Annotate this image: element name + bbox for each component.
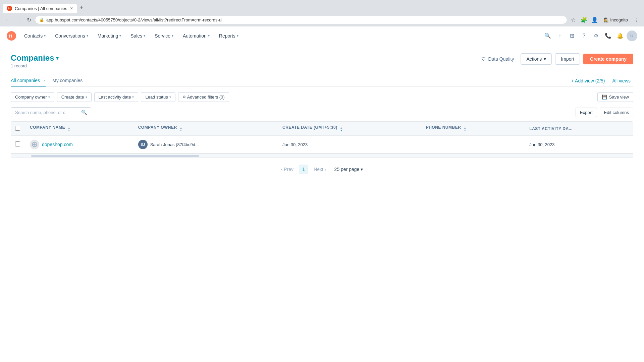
actions-label: Actions	[526, 56, 542, 62]
company-favicon	[30, 140, 39, 149]
browser-chrome: H Companies | All companies × + ← → ↻ 🔒 …	[0, 0, 644, 26]
current-page-number[interactable]: 1	[299, 165, 308, 174]
advanced-filters-button[interactable]: ⚙ Advanced filters (0)	[178, 92, 229, 102]
tab-all-companies-label: All companies	[11, 78, 40, 83]
create-date-value: Jun 30, 2023	[282, 142, 308, 147]
search-icon[interactable]: 🔍	[81, 110, 87, 115]
create-company-button[interactable]: Create company	[583, 54, 633, 64]
company-link[interactable]: dopeshop.com	[42, 142, 73, 147]
create-date-filter[interactable]: Create date ▾	[57, 92, 92, 102]
scrollbar-thumb[interactable]	[31, 155, 199, 157]
nav-marketing[interactable]: Marketing ▾	[94, 31, 125, 41]
nav-service[interactable]: Service ▾	[151, 31, 177, 41]
tab-favicon: H	[7, 6, 12, 11]
sort-phone-number-icon[interactable]: ▲ ▼	[464, 127, 466, 132]
th-phone-number[interactable]: PHONE NUMBER ▲ ▼	[421, 122, 524, 136]
sort-company-owner-icon[interactable]: ▲ ▼	[180, 127, 182, 132]
reload-button[interactable]: ↻	[24, 15, 34, 24]
actions-chevron-icon: ▾	[544, 56, 546, 62]
shield-icon: 🛡	[481, 56, 486, 62]
tab-all-companies-close[interactable]: ×	[43, 78, 46, 83]
forward-button[interactable]: →	[13, 15, 23, 24]
incognito-button[interactable]: 🕵 Incognito	[601, 15, 631, 24]
th-create-date[interactable]: CREATE DATE (GMT+5:30) ▲ ▼	[277, 122, 421, 136]
company-owner-filter[interactable]: Company owner ▾	[11, 92, 54, 102]
tab-my-companies[interactable]: My companies	[52, 75, 83, 86]
import-label: Import	[561, 56, 574, 62]
actions-button[interactable]: Actions ▾	[521, 53, 552, 65]
new-tab-button[interactable]: +	[77, 3, 86, 12]
phone-nav-button[interactable]: 📞	[602, 30, 614, 42]
page-title: Companies	[11, 53, 54, 63]
sort-company-name-icon[interactable]: ▲ ▼	[68, 127, 70, 132]
search-nav-button[interactable]: 🔍	[542, 30, 553, 42]
per-page-selector[interactable]: 25 per page ▾	[332, 165, 366, 173]
nav-conversations-chevron: ▾	[87, 34, 88, 38]
save-view-label: Save view	[609, 95, 629, 100]
address-bar[interactable]: 🔒 app.hubspot.com/contacts/40055750/obje…	[35, 16, 567, 24]
notifications-nav-button[interactable]: 🔔	[614, 30, 626, 42]
extensions-button[interactable]: 🧩	[579, 15, 589, 24]
select-all-checkbox[interactable]	[15, 126, 20, 131]
hubspot-logo[interactable]: H	[7, 31, 16, 41]
per-page-chevron: ▾	[361, 167, 363, 172]
data-quality-button[interactable]: 🛡 Data Quality	[478, 54, 517, 64]
nav-automation[interactable]: Automation ▾	[179, 31, 214, 41]
prev-page-button[interactable]: ‹ Prev	[278, 165, 296, 173]
row-checkbox[interactable]	[15, 141, 20, 146]
back-button[interactable]: ←	[3, 15, 12, 24]
tab-my-companies-label: My companies	[52, 78, 83, 83]
nav-service-label: Service	[155, 33, 170, 39]
company-owner-filter-chevron: ▾	[48, 95, 50, 99]
nav-conversations-label: Conversations	[55, 33, 85, 39]
upgrade-nav-button[interactable]: ↑	[554, 30, 566, 42]
th-select-all[interactable]	[11, 122, 24, 136]
row-checkbox-cell[interactable]	[11, 136, 24, 154]
export-button[interactable]: Export	[576, 108, 597, 117]
table-actions: Export Edit columns	[576, 108, 633, 117]
profile-button[interactable]: 👤	[590, 15, 599, 24]
settings-nav-button[interactable]: ⚙	[590, 30, 602, 42]
menu-button[interactable]: ⋮	[632, 15, 641, 24]
top-nav: H Contacts ▾ Conversations ▾ Marketing ▾…	[0, 26, 644, 45]
create-date-filter-label: Create date	[61, 95, 84, 100]
last-activity-filter[interactable]: Last activity date ▾	[94, 92, 139, 102]
tab-close-button[interactable]: ×	[70, 6, 73, 11]
data-quality-label: Data Quality	[488, 56, 514, 62]
browser-tab-active[interactable]: H Companies | All companies ×	[3, 4, 77, 13]
tab-all-companies[interactable]: All companies ×	[11, 75, 46, 86]
sort-create-date-icon[interactable]: ▲ ▼	[340, 127, 343, 132]
lead-status-filter[interactable]: Lead status ▾	[141, 92, 175, 102]
table-header-row: COMPANY NAME ▲ ▼ COMPANY OWNER ▲ ▼	[11, 122, 633, 136]
nav-sales[interactable]: Sales ▾	[126, 31, 149, 41]
edit-columns-button[interactable]: Edit columns	[600, 108, 633, 117]
nav-reports[interactable]: Reports ▾	[215, 31, 243, 41]
th-company-name[interactable]: COMPANY NAME ▲ ▼	[24, 122, 133, 136]
nav-contacts[interactable]: Contacts ▾	[20, 31, 50, 41]
th-company-owner[interactable]: COMPANY OWNER ▲ ▼	[133, 122, 277, 136]
th-last-activity-label: LAST ACTIVITY DA...	[529, 126, 573, 131]
help-nav-button[interactable]: ?	[578, 30, 590, 42]
table-body: dopeshop.com SJ Sarah Jonas (87f4bc9d...…	[11, 136, 633, 154]
import-button[interactable]: Import	[555, 53, 580, 65]
save-view-icon: 💾	[602, 95, 607, 100]
nav-contacts-label: Contacts	[24, 33, 43, 39]
last-activity-filter-chevron: ▾	[132, 95, 134, 99]
add-view-button[interactable]: + Add view (2/5)	[569, 77, 608, 85]
horizontal-scrollbar[interactable]	[11, 154, 633, 158]
create-company-label: Create company	[590, 56, 627, 62]
company-owner-filter-label: Company owner	[15, 95, 47, 100]
search-input[interactable]	[15, 110, 78, 115]
company-cell: dopeshop.com	[30, 140, 127, 149]
marketplace-nav-button[interactable]: ⊞	[566, 30, 578, 42]
bookmark-button[interactable]: ☆	[569, 15, 578, 24]
row-create-date-cell: Jun 30, 2023	[277, 136, 421, 154]
user-avatar[interactable]: U	[627, 31, 637, 41]
next-page-button[interactable]: Next ›	[311, 165, 329, 173]
th-last-activity[interactable]: LAST ACTIVITY DA...	[524, 122, 633, 136]
page-title-dropdown-icon[interactable]: ▾	[56, 55, 59, 61]
owner-name: Sarah Jonas (87f4bc9d...	[150, 142, 199, 147]
save-view-button[interactable]: 💾 Save view	[597, 92, 633, 102]
nav-conversations[interactable]: Conversations ▾	[51, 31, 92, 41]
all-views-button[interactable]: All views	[610, 77, 633, 85]
